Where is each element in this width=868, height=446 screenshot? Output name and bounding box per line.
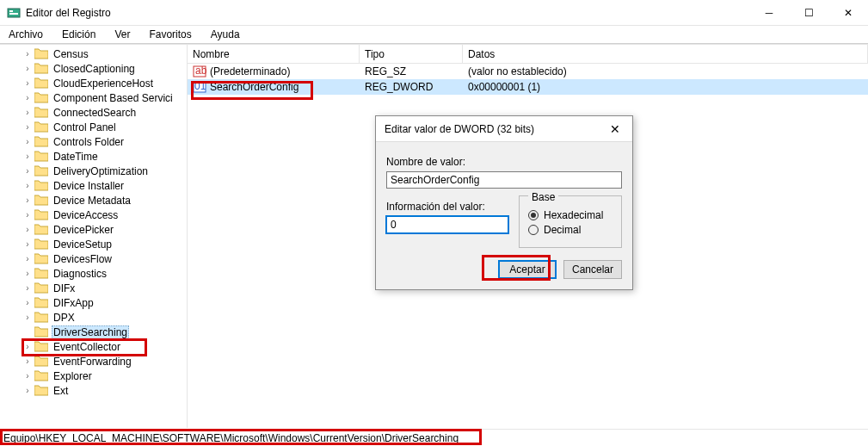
folder-icon — [34, 136, 48, 147]
expander-icon[interactable]: › — [22, 210, 33, 220]
list-row[interactable]: ab(Predeterminado)REG_SZ(valor no establ… — [188, 64, 868, 79]
expander-icon[interactable]: › — [22, 313, 33, 323]
cancel-button[interactable]: Cancelar — [563, 260, 622, 279]
folder-icon — [34, 370, 48, 381]
tree-item-label: DPX — [52, 312, 77, 324]
expander-icon[interactable] — [22, 327, 33, 338]
tree-item[interactable]: ›DevicesFlow — [2, 251, 187, 266]
folder-icon — [34, 282, 48, 294]
tree-item-label: DriverSearching — [52, 325, 129, 339]
expander-icon[interactable]: › — [22, 93, 33, 103]
tree-item-label: Census — [52, 48, 90, 60]
expander-icon[interactable]: › — [22, 64, 33, 74]
expander-icon[interactable]: › — [22, 342, 33, 352]
tree-item[interactable]: ›DIFx — [2, 281, 187, 295]
menu-edit[interactable]: Edición — [58, 27, 99, 42]
regedit-icon — [7, 6, 21, 20]
svg-text:ab: ab — [195, 65, 206, 77]
folder-icon — [34, 121, 48, 133]
tree-item[interactable]: ›ConnectedSearch — [2, 105, 187, 120]
tree-item-label: EventForwarding — [52, 356, 133, 368]
expander-icon[interactable]: › — [22, 386, 33, 396]
tree-item[interactable]: ›Component Based Servici — [2, 90, 187, 105]
tree-item-label: Explorer — [52, 370, 94, 382]
tree-item[interactable]: ›EventCollector — [2, 339, 187, 354]
tree-item-label: DeviceSetup — [52, 238, 114, 251]
folder-icon — [34, 312, 48, 323]
column-data[interactable]: Datos — [463, 45, 868, 63]
svg-text:011: 011 — [194, 80, 206, 92]
value-data-input[interactable]: 0 — [386, 216, 508, 233]
tree-item-label: DeviceAccess — [52, 209, 120, 221]
tree-item[interactable]: ›Census — [2, 46, 187, 61]
column-type[interactable]: Tipo — [360, 45, 463, 63]
tree-item[interactable]: ›DeviceSetup — [2, 237, 187, 251]
tree-item[interactable]: ›Device Installer — [2, 178, 187, 193]
column-name[interactable]: Nombre — [188, 45, 360, 63]
tree-item[interactable]: ›Controls Folder — [2, 134, 187, 149]
expander-icon[interactable]: › — [22, 298, 33, 308]
folder-icon — [34, 238, 48, 250]
status-path: Equipo\HKEY_LOCAL_MACHINE\SOFTWARE\Micro… — [3, 432, 459, 444]
tree-item[interactable]: ›CloudExperienceHost — [2, 76, 187, 90]
edit-dword-dialog: Editar valor de DWORD (32 bits) ✕ Nombre… — [375, 115, 633, 290]
tree-item-label: Control Panel — [52, 121, 118, 133]
expander-icon[interactable]: › — [22, 137, 33, 147]
value-name: (Predeterminado) — [210, 65, 290, 77]
ok-button[interactable]: Aceptar — [498, 260, 557, 279]
tree-item[interactable]: ›DeliveryOptimization — [2, 164, 187, 178]
value-name-input[interactable]: SearchOrderConfig — [386, 171, 622, 189]
expander-icon[interactable]: › — [22, 122, 33, 133]
radio-dec-indicator — [528, 225, 539, 235]
tree-item-label: DeliveryOptimization — [52, 165, 150, 177]
folder-icon — [34, 341, 48, 352]
tree-item[interactable]: ›Ext — [2, 383, 187, 398]
folder-icon — [34, 326, 48, 338]
expander-icon[interactable]: › — [22, 356, 33, 367]
radio-hexadecimal[interactable]: Hexadecimal — [528, 209, 613, 221]
tree-item[interactable]: ›DIFxApp — [2, 295, 187, 310]
tree-item[interactable]: ›DateTime — [2, 149, 187, 164]
dialog-titlebar[interactable]: Editar valor de DWORD (32 bits) ✕ — [376, 116, 632, 142]
tree-item[interactable]: DriverSearching — [2, 325, 187, 339]
tree-item[interactable]: ›EventForwarding — [2, 354, 187, 369]
menu-view[interactable]: Ver — [111, 27, 133, 42]
expander-icon[interactable]: › — [22, 371, 33, 381]
expander-icon[interactable]: › — [22, 239, 33, 250]
radio-decimal[interactable]: Decimal — [528, 224, 613, 236]
base-fieldset: Base Hexadecimal Decimal — [519, 195, 622, 248]
tree-item[interactable]: ›Explorer — [2, 369, 187, 383]
menu-help[interactable]: Ayuda — [207, 27, 243, 42]
expander-icon[interactable]: › — [22, 225, 33, 235]
value-name-label: Nombre de valor: — [386, 156, 622, 168]
maximize-button[interactable]: ☐ — [789, 0, 828, 26]
minimize-button[interactable]: ─ — [749, 0, 789, 26]
tree-item[interactable]: ›Diagnostics — [2, 266, 187, 281]
expander-icon[interactable]: › — [22, 152, 33, 162]
value-data-label: Información del valor: — [386, 201, 508, 213]
expander-icon[interactable]: › — [22, 108, 33, 118]
expander-icon[interactable]: › — [22, 49, 33, 59]
list-row[interactable]: 011SearchOrderConfigREG_DWORD0x00000001 … — [188, 79, 868, 95]
expander-icon[interactable]: › — [22, 269, 33, 279]
folder-icon — [34, 195, 48, 206]
tree-pane[interactable]: ›Census›ClosedCaptioning›CloudExperience… — [0, 45, 188, 428]
tree-item[interactable]: ›Control Panel — [2, 120, 187, 134]
tree-item[interactable]: ›DevicePicker — [2, 222, 187, 237]
tree-item[interactable]: ›Device Metadata — [2, 193, 187, 208]
tree-item[interactable]: ›ClosedCaptioning — [2, 61, 187, 76]
close-button[interactable]: ✕ — [828, 0, 868, 26]
tree-item[interactable]: ›DeviceAccess — [2, 208, 187, 222]
folder-icon — [34, 165, 48, 177]
expander-icon[interactable]: › — [22, 283, 33, 294]
dialog-close-button[interactable]: ✕ — [598, 122, 632, 136]
tree-item[interactable]: ›DPX — [2, 310, 187, 325]
expander-icon[interactable]: › — [22, 181, 33, 191]
expander-icon[interactable]: › — [22, 78, 33, 89]
titlebar: Editor del Registro ─ ☐ ✕ — [0, 0, 868, 26]
menu-favorites[interactable]: Favoritos — [145, 27, 194, 42]
expander-icon[interactable]: › — [22, 254, 33, 264]
expander-icon[interactable]: › — [22, 195, 33, 206]
expander-icon[interactable]: › — [22, 166, 33, 177]
menu-file[interactable]: Archivo — [5, 27, 46, 42]
